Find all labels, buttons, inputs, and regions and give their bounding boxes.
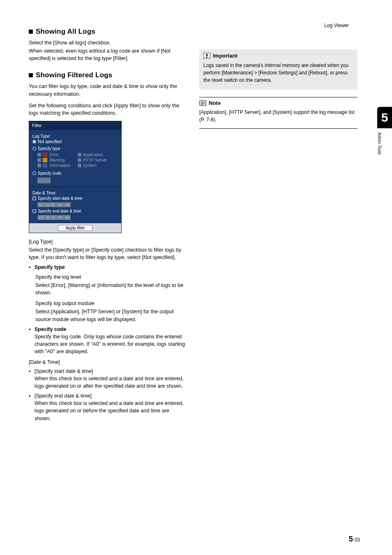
check-end-date[interactable]: [32, 209, 36, 213]
code-input[interactable]: [37, 178, 51, 183]
radio-not-specified[interactable]: [32, 140, 36, 143]
log-type-label: Log Type:: [32, 134, 118, 139]
start-date-input[interactable]: 01 / 01 00 : 00 : 00: [37, 202, 71, 207]
start-date-body: When this check box is selected and a da…: [35, 375, 185, 390]
end-date-body: When this check box is selected and a da…: [35, 400, 185, 422]
lvl-information: Information: [50, 163, 70, 168]
check-http-server[interactable]: [78, 158, 81, 162]
apply-filter-button[interactable]: Apply filter: [58, 225, 93, 231]
p-all-2: When selected, even logs without a log c…: [29, 47, 185, 62]
opt-specify-code: Specify code: [38, 171, 61, 176]
page-chapter: 5: [349, 535, 353, 543]
check-start-date[interactable]: [32, 197, 36, 200]
note-callout: Note [Application], [HTTP Server], and […: [199, 97, 357, 129]
spec-module-head: Specify log output module: [35, 301, 185, 306]
filter-panel-title: Filter: [29, 121, 121, 130]
bullet-start-date: [Specify start date & time]: [35, 368, 185, 374]
end-date-input[interactable]: 12 / 31 23 : 59 : 59: [37, 215, 71, 220]
lvl-warning: Warning: [50, 158, 65, 162]
opt-not-specified: Not specified: [38, 139, 62, 144]
p-filt-2: Set the following conditions and click […: [29, 102, 185, 117]
check-information[interactable]: [37, 164, 41, 167]
dt-start-label: Specify start date & time: [38, 196, 82, 201]
page-number: 5-33: [349, 535, 360, 543]
check-system[interactable]: [78, 164, 81, 167]
important-callout: Important Logs saved in the camera's int…: [199, 49, 357, 90]
radio-specify-code[interactable]: [32, 171, 36, 175]
important-body: Logs saved in the camera's internal memo…: [203, 60, 353, 86]
warning-icon: [43, 158, 47, 162]
p-filt-1: You can filter logs by type, code and da…: [29, 83, 185, 97]
mod-app: Application: [83, 153, 103, 157]
log-type-head: [Log Type]: [29, 239, 185, 245]
side-tab: 5 Admin Tools: [377, 107, 392, 155]
check-application[interactable]: [78, 153, 81, 157]
opt-specify-type: Specify type: [38, 146, 60, 151]
note-icon: [199, 100, 206, 106]
heading-showing-all-logs: Showing All Logs: [29, 28, 185, 36]
check-error[interactable]: [37, 153, 41, 157]
lvl-error: Error: [50, 153, 59, 157]
bullet-specify-type: Specify type: [35, 264, 185, 270]
side-chapter-number: 5: [377, 107, 392, 128]
spec-level-body: Select [Error], [Warning] or [Informatio…: [35, 282, 185, 296]
dt-end-label: Specify end date & time: [38, 209, 81, 213]
spec-code-body: Specify the log code. Only logs whose co…: [35, 333, 185, 355]
page-suffix: -33: [353, 537, 360, 543]
important-title: Important: [213, 53, 238, 59]
note-title: Note: [209, 100, 221, 106]
info-icon: [43, 163, 47, 168]
heading-showing-filtered-logs: Showing Filtered Logs: [29, 71, 185, 79]
error-icon: [43, 153, 47, 157]
svg-rect-1: [206, 54, 208, 56]
svg-rect-2: [206, 57, 208, 58]
important-icon: [203, 53, 210, 59]
date-time-head: [Date & Time]: [29, 359, 185, 365]
radio-specify-type[interactable]: [32, 147, 36, 150]
mod-http: HTTP Server: [83, 158, 107, 162]
log-type-body: Select the [Specify type] or [Specify co…: [29, 246, 185, 261]
check-warning[interactable]: [37, 158, 41, 162]
p-all-1: Select the [Show all logs] checkbox.: [29, 39, 185, 46]
bullet-specify-code: Specify code: [35, 326, 185, 332]
side-chapter-label: Admin Tools: [377, 128, 387, 155]
bullet-end-date: [Specify end date & time]: [35, 393, 185, 399]
date-time-label: Date & Time:: [32, 191, 118, 195]
spec-level-head: Specify the log level: [35, 274, 185, 280]
mod-sys: System: [83, 163, 97, 168]
filter-panel: Filter Log Type: Not specified Specify t…: [29, 121, 122, 233]
note-body: [Application], [HTTP Server], and [Syste…: [199, 107, 357, 126]
spec-module-body: Select [Application], [HTTP Server] or […: [35, 308, 185, 323]
